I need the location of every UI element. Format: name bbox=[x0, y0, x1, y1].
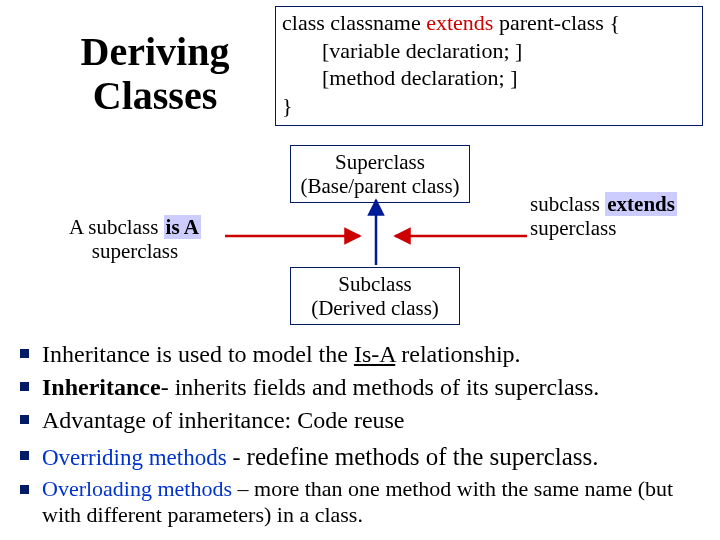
ov-dash: - bbox=[227, 444, 247, 470]
extends-label: subclass extends superclass bbox=[530, 192, 705, 240]
overriding-desc: redefine methods of the superclass. bbox=[247, 443, 599, 470]
ext-line1a: subclass bbox=[530, 192, 605, 216]
bullet-advantage: Advantage of inheritance: Code reuse bbox=[14, 406, 704, 435]
slide-title: Deriving Classes bbox=[40, 30, 270, 118]
subclass-label-2: (Derived class) bbox=[299, 296, 451, 320]
code-keyword-extends: extends bbox=[426, 10, 493, 35]
overriding-term: Overriding methods bbox=[42, 445, 227, 470]
code-line1c: parent-class { bbox=[493, 10, 620, 35]
ext-highlight: extends bbox=[605, 192, 677, 216]
code-line1a: class classname bbox=[282, 10, 426, 35]
subclass-label-1: Subclass bbox=[299, 272, 451, 296]
bullet-group-1: Inheritance is used to model the Is-A re… bbox=[14, 340, 704, 438]
code-syntax-box: class classname extends parent-class { [… bbox=[275, 6, 703, 126]
isa-line1a: A subclass bbox=[69, 215, 164, 239]
bullet-inheritance: Inheritance- inherits fields and methods… bbox=[14, 373, 704, 402]
code-line3: [method declaration; ] bbox=[282, 64, 696, 92]
isa-line2: superclass bbox=[45, 239, 225, 263]
b2-rest: - inherits fields and methods of its sup… bbox=[161, 374, 600, 400]
code-line2: [variable declaration; ] bbox=[282, 37, 696, 65]
bullet-overriding: Overriding methods - redefine methods of… bbox=[14, 442, 704, 472]
bullet-overloading: Overloading methods – more than one meth… bbox=[14, 476, 704, 529]
b1-t3: relationship. bbox=[395, 341, 520, 367]
is-a-label: A subclass is A superclass bbox=[45, 215, 225, 263]
subclass-box: Subclass (Derived class) bbox=[290, 267, 460, 325]
superclass-label-1: Superclass bbox=[299, 150, 461, 174]
superclass-box: Superclass (Base/parent class) bbox=[290, 145, 470, 203]
superclass-label-2: (Base/parent class) bbox=[299, 174, 461, 198]
bullet-group-2: Overriding methods - redefine methods of… bbox=[14, 442, 704, 533]
ext-line2: superclass bbox=[530, 216, 705, 240]
code-line4: } bbox=[282, 92, 696, 120]
b1-isa-underline: Is-A bbox=[354, 341, 395, 367]
b2-bold: Inheritance bbox=[42, 374, 161, 400]
b1-t1: Inheritance is used to model the bbox=[42, 341, 354, 367]
bullet-is-a: Inheritance is used to model the Is-A re… bbox=[14, 340, 704, 369]
isa-highlight: is A bbox=[164, 215, 201, 239]
overloading-term: Overloading methods bbox=[42, 476, 232, 501]
